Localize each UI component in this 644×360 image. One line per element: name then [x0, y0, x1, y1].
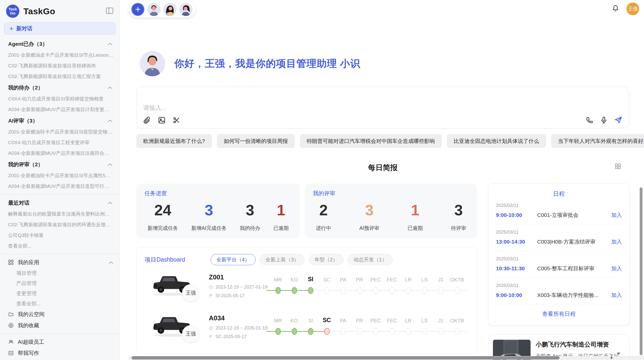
milestone-dot[interactable]: [455, 328, 460, 335]
panel-toggle-icon[interactable]: [106, 7, 113, 15]
send-icon[interactable]: [614, 116, 622, 124]
join-meeting-link[interactable]: 加入: [611, 212, 622, 219]
app-link-view-all[interactable]: 查看全部...: [0, 298, 120, 309]
scissors-icon[interactable]: [173, 116, 180, 124]
avatar-member-1[interactable]: [147, 3, 160, 16]
attachment-icon[interactable]: [143, 116, 151, 124]
chevron-up-icon[interactable]: [109, 259, 113, 265]
milestone-dot[interactable]: [455, 287, 460, 294]
new-chat-button[interactable]: + 新对话: [4, 22, 115, 35]
dashboard-filter-pill[interactable]: 动总开发（1）: [348, 254, 393, 265]
sidebar-conversation-item[interactable]: C0X4-动力总成开发项目SI里程碑提交物检查: [0, 94, 120, 104]
app-link-change-mgmt[interactable]: 变更管理: [0, 288, 120, 298]
add-member-button[interactable]: +: [131, 3, 144, 16]
milestone-dot[interactable]: [357, 287, 362, 294]
chevron-up-icon[interactable]: [108, 86, 112, 89]
sidebar-conversation-item[interactable]: C0X4-动力总成开发项目工程变更评审: [0, 137, 120, 148]
milestone-dot[interactable]: [406, 287, 411, 294]
join-meeting-link[interactable]: 加入: [611, 238, 622, 245]
sidebar-conversation-item[interactable]: 查看全部...: [0, 241, 120, 251]
milestone-dot[interactable]: [389, 328, 395, 335]
sidebar-conversation-item[interactable]: Z001-全新燃油轻卡产品开发项目SI节点属性5D文件评审: [0, 170, 120, 181]
milestone-dot[interactable]: [275, 328, 281, 335]
avatar-member-2[interactable]: [163, 3, 177, 16]
chevron-up-icon[interactable]: [108, 119, 112, 122]
chevron-up-icon[interactable]: [108, 163, 112, 166]
avatar-member-3[interactable]: [179, 3, 193, 16]
dashboard-filter-pill[interactable]: 全新上装（3）: [260, 254, 305, 265]
chat-composer[interactable]: 请输入...: [136, 87, 629, 128]
sidebar-conversation-item[interactable]: A034-全新新能源MUV产品开发项目法规符合性评审: [0, 148, 120, 159]
sidebar-conversation-item[interactable]: C02-飞腾新能源轻客改款项目立项汇报方案: [0, 71, 120, 82]
sidebar-conversation-item[interactable]: C02-飞腾新能源轻客改款项目里程碑画布: [0, 61, 120, 71]
sidebar-conversation-item[interactable]: 解释最新出台的欧盟报废车法规再生塑料比例被调至15%...: [0, 209, 120, 219]
join-meeting-link[interactable]: 加入: [611, 292, 622, 299]
suggestion-chip[interactable]: 如何写一份清晰的项目周报: [217, 134, 295, 148]
app-link-project-mgmt[interactable]: 项目管理: [0, 268, 120, 278]
milestone-dot[interactable]: [275, 287, 281, 294]
join-meeting-link[interactable]: 加入: [611, 265, 622, 272]
project-row[interactable]: 王强A0342023-12-19 ~ 2026-01-19SC-2025-05-…: [137, 310, 477, 351]
sidebar-conversation-item[interactable]: Z001-全新燃油皮卡产品开发项目SI节点Lesson Learn报告: [0, 50, 120, 61]
sidebar-item-my-apps[interactable]: 我的应用: [0, 257, 120, 268]
suggestion-chip[interactable]: 当下年轻人对汽车外观有怎样的喜好趋势: [551, 134, 644, 148]
user-avatar[interactable]: 王强: [626, 3, 639, 15]
sidebar-section-header[interactable]: 我的待办（2）: [0, 82, 120, 94]
layout-grid-icon[interactable]: [614, 163, 621, 171]
sidebar-item-favorites[interactable]: 我的收藏: [0, 320, 120, 331]
sidebar-conversation-item[interactable]: Z001-全新燃油轻卡产品开发项目SI造型提交物评审: [0, 127, 120, 137]
sidebar-section-header[interactable]: Agent已办（3）: [0, 38, 120, 50]
sidebar-conversation-item[interactable]: A034-全新新能源MUV产品开发项目造型可行性评审: [0, 181, 120, 192]
sidebar-section-header[interactable]: 最近对话: [0, 197, 120, 209]
sidebar-item-cloud-space[interactable]: 我的云空间: [0, 309, 120, 320]
milestone-dot[interactable]: [422, 328, 427, 335]
sidebar-item-creative-draw[interactable]: 创意制图: [0, 359, 120, 360]
dashboard-header: 项目Dashboard 全新平台（4）全新上装（3）年型（2）动总开发（1）: [137, 247, 477, 265]
sidebar-conversation-item[interactable]: C02-飞腾新能源轻客改款项目的闭环通告反馈情况: [0, 219, 120, 230]
milestone-dot[interactable]: [406, 328, 411, 335]
microphone-icon[interactable]: [600, 116, 608, 124]
sidebar-section-header[interactable]: 我的评审（2）: [0, 159, 120, 170]
sidebar-item-ai-super-staff[interactable]: AI超级员工: [0, 336, 120, 348]
milestone-dot[interactable]: [373, 287, 378, 294]
view-all-schedule-link[interactable]: 查看所有日程: [488, 310, 630, 318]
sidebar-conversation-item[interactable]: 公司Q3轻卡销量: [0, 230, 120, 241]
schedule-time: 9:00-10:00: [496, 292, 537, 298]
milestone-dot[interactable]: [373, 328, 378, 335]
scroll-right-arrow-icon[interactable]: [611, 356, 613, 359]
milestone-dot[interactable]: [357, 328, 362, 335]
milestone-dot[interactable]: [438, 328, 444, 335]
milestone-dot[interactable]: [341, 287, 346, 294]
chevron-up-icon[interactable]: [108, 42, 112, 46]
stat-label: 新增AI完成任务: [191, 225, 227, 232]
suggestion-chip[interactable]: 欧洲新规最近颁布了什么?: [136, 134, 212, 148]
phone-icon[interactable]: [586, 116, 593, 124]
dashboard-filter-pill[interactable]: 年型（2）: [309, 254, 344, 265]
milestone-dot[interactable]: [422, 287, 427, 294]
chevron-up-icon[interactable]: [108, 201, 112, 204]
milestone-dot[interactable]: [341, 328, 346, 335]
sidebar-section-header[interactable]: AI评审（3）: [0, 115, 120, 127]
app-link-product-mgmt[interactable]: 产品管理: [0, 278, 120, 288]
project-owner-badge: 王强: [182, 325, 199, 342]
suggestion-chip[interactable]: 特朗普可能对进口汽车增税会对中国车企造成哪些影响: [300, 134, 442, 148]
horizontal-scrollbar-track[interactable]: [128, 356, 644, 360]
milestone-dot[interactable]: [308, 328, 313, 335]
dashboard-filter-pill[interactable]: 全新平台（4）: [211, 254, 256, 265]
horizontal-scrollbar-thumb[interactable]: [131, 356, 560, 359]
milestone-dot[interactable]: [292, 328, 297, 335]
image-upload-icon[interactable]: [158, 116, 166, 124]
milestone-dot[interactable]: [438, 287, 444, 294]
vertical-scrollbar-thumb[interactable]: [640, 187, 642, 355]
milestone-dot[interactable]: [389, 287, 395, 294]
sidebar-conversation-item[interactable]: A034-全新新能源MUV产品开发项目计划变更表编写: [0, 104, 120, 115]
scroll-down-arrow-icon[interactable]: [617, 353, 620, 355]
sidebar-item-help-write[interactable]: 帮我写作: [0, 348, 120, 359]
milestone-dot[interactable]: [324, 328, 330, 335]
milestone-dot[interactable]: [324, 287, 330, 294]
milestone-dot[interactable]: [292, 287, 297, 294]
bell-icon[interactable]: [612, 5, 619, 13]
project-row[interactable]: 王强Z0012023-12-19 ~ 2027-01-19SI-2025-05-…: [137, 269, 477, 310]
suggestion-chip[interactable]: 比亚迪全固态电池计划具体说了什么: [447, 134, 546, 148]
milestone-dot[interactable]: [308, 287, 313, 294]
